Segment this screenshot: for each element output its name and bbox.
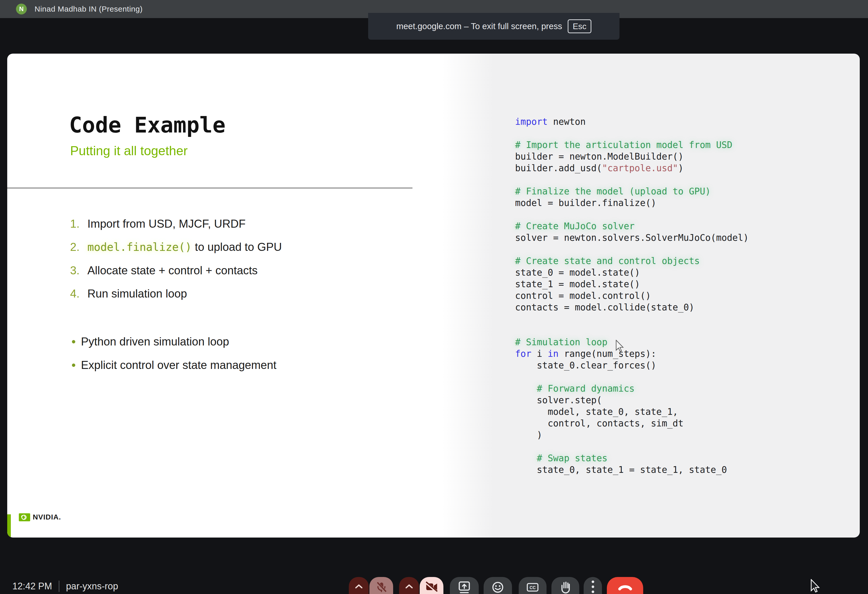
captions-icon: CC xyxy=(526,581,539,594)
presentation-slide: Code Example Putting it all together 1.I… xyxy=(7,54,860,538)
slide-subtitle: Putting it all together xyxy=(70,143,187,158)
code-line: contacts = model.collide(state_0) xyxy=(515,301,748,313)
code-line: model = builder.finalize() xyxy=(515,197,748,209)
presenter-avatar: N xyxy=(16,4,27,15)
call-controls: CC xyxy=(349,577,643,594)
code-line xyxy=(515,325,748,337)
end-call-icon xyxy=(617,581,633,594)
code-line: control = model.control() xyxy=(515,290,748,301)
presenter-chip: N Ninad Madhab IN (Presenting) xyxy=(16,4,143,15)
numbered-list: 1.Import from USD, MJCF, URDF2.model.fin… xyxy=(70,218,282,311)
code-line xyxy=(515,128,748,139)
code-line xyxy=(515,371,748,383)
chevron-up-icon xyxy=(355,584,363,594)
three-dots-icon xyxy=(591,579,595,594)
reactions-button[interactable] xyxy=(484,577,512,594)
clock-time: 12:42 PM xyxy=(12,581,52,592)
meeting-code: par-yxns-rop xyxy=(66,581,118,592)
mic-options-button[interactable] xyxy=(349,577,369,594)
code-line: ) xyxy=(515,429,748,441)
item-text: Run simulation loop xyxy=(87,287,187,300)
numbered-item: 3.Allocate state + control + contacts xyxy=(70,265,282,276)
mouse-cursor xyxy=(615,340,624,352)
status-bar: 12:42 PM par-yxns-rop xyxy=(12,581,118,592)
avatar-initial: N xyxy=(19,5,24,13)
code-line xyxy=(515,244,748,255)
mouse-cursor xyxy=(809,579,820,593)
meet-fullscreen-page: { "top_bar": { "presenter_initial": "N",… xyxy=(0,0,868,594)
camera-off-icon xyxy=(425,581,438,594)
bullet-text: Explicit control over state management xyxy=(81,359,276,371)
fullscreen-toast: meet.google.com – To exit full screen, p… xyxy=(368,13,620,40)
code-line: builder.add_usd("cartpole.usd") xyxy=(515,163,748,174)
toast-message: meet.google.com – To exit full screen, p… xyxy=(396,21,562,31)
code-line: state_1 = model.state() xyxy=(515,278,748,290)
present-button[interactable] xyxy=(450,577,479,594)
status-separator xyxy=(59,581,59,592)
slide-title: Code Example xyxy=(69,112,226,138)
item-number: 2. xyxy=(70,241,87,253)
present-screen-icon xyxy=(458,581,471,594)
code-line: state_0 = model.state() xyxy=(515,267,748,278)
presenter-name: Ninad Madhab IN (Presenting) xyxy=(34,4,143,13)
end-call-button[interactable] xyxy=(607,577,643,594)
camera-toggle-button[interactable] xyxy=(420,577,443,594)
item-text: to upload to GPU xyxy=(192,241,282,253)
code-line: for i in range(num_steps): xyxy=(515,348,748,360)
raise-hand-icon xyxy=(559,581,572,594)
code-line: state_0, state_1 = state_1, state_0 xyxy=(515,464,748,476)
code-line: # Finalize the model (upload to GPU) xyxy=(515,186,748,197)
inline-code: model.finalize() xyxy=(87,241,192,253)
mic-toggle-button[interactable] xyxy=(369,577,393,594)
code-line: builder = newton.ModelBuilder() xyxy=(515,151,748,163)
code-line: # Create MuJoCo solver xyxy=(515,220,748,232)
item-number: 4. xyxy=(70,288,87,299)
code-line: solver.step( xyxy=(515,395,748,406)
code-line: import newton xyxy=(515,116,748,128)
code-line xyxy=(515,313,748,325)
bullet-text: Python driven simulation loop xyxy=(81,336,229,347)
nvidia-logo: NVIDIA. xyxy=(19,513,61,521)
numbered-item: 2.model.finalize() to upload to GPU xyxy=(70,241,282,253)
svg-text:CC: CC xyxy=(530,585,536,590)
item-text: Allocate state + control + contacts xyxy=(87,264,258,276)
raise-hand-button[interactable] xyxy=(551,577,579,594)
item-number: 3. xyxy=(70,265,87,276)
numbered-item: 1.Import from USD, MJCF, URDF xyxy=(70,218,282,229)
title-divider xyxy=(7,188,412,189)
bullet-item: Python driven simulation loop xyxy=(72,336,276,347)
code-line xyxy=(515,209,748,220)
slide-accent-bar xyxy=(7,514,11,538)
captions-button[interactable]: CC xyxy=(519,577,546,594)
nvidia-eye-icon xyxy=(19,513,30,521)
code-line xyxy=(515,174,748,186)
bullet-dot-icon xyxy=(72,363,75,367)
code-line: model, state_0, state_1, xyxy=(515,406,748,418)
code-line: solver = newton.solvers.SolverMuJoCo(mod… xyxy=(515,232,748,244)
code-line: state_0.clear_forces() xyxy=(515,360,748,371)
bullet-dot-icon xyxy=(72,340,75,343)
code-line: # Import the articulation model from USD xyxy=(515,139,748,151)
item-number: 1. xyxy=(70,218,87,229)
bullet-list: Python driven simulation loopExplicit co… xyxy=(72,336,276,383)
smiley-icon xyxy=(491,581,505,594)
code-panel: import newton # Import the articulation … xyxy=(515,116,748,476)
item-text: Import from USD, MJCF, URDF xyxy=(87,217,246,230)
more-options-button[interactable] xyxy=(584,577,602,594)
bullet-item: Explicit control over state management xyxy=(72,359,276,371)
nvidia-brand-text: NVIDIA. xyxy=(33,513,61,521)
camera-options-button[interactable] xyxy=(399,577,419,594)
code-line: control, contacts, sim_dt xyxy=(515,418,748,429)
numbered-item: 4.Run simulation loop xyxy=(70,288,282,299)
code-line: # Simulation loop xyxy=(515,337,748,348)
chevron-up-icon xyxy=(405,584,413,594)
code-line xyxy=(515,441,748,452)
code-line: # Create state and control objects xyxy=(515,255,748,267)
esc-keycap: Esc xyxy=(568,19,591,33)
code-line: # Swap states xyxy=(515,452,748,464)
mic-off-icon xyxy=(375,581,388,594)
code-line: # Forward dynamics xyxy=(515,383,748,395)
